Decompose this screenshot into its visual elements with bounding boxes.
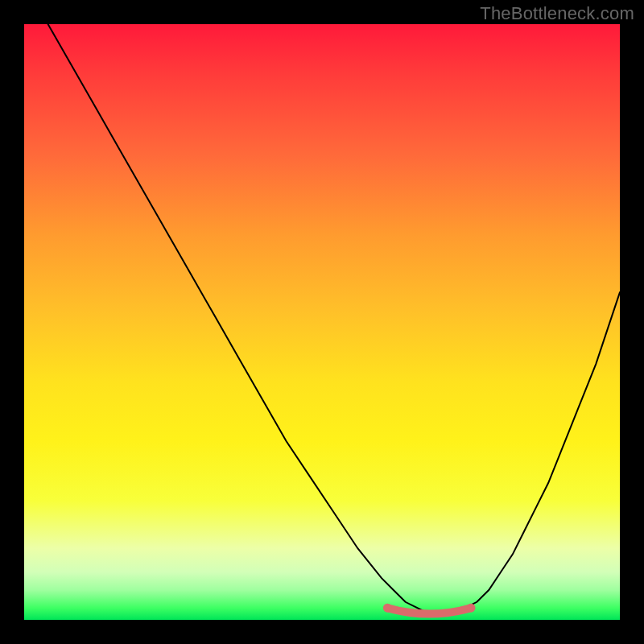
plot-area <box>24 24 620 620</box>
curve-svg <box>24 24 620 620</box>
watermark-text: TheBottleneck.com <box>480 3 634 24</box>
optimal-range-mark <box>387 608 471 613</box>
optimal-range-end-dot <box>467 604 476 613</box>
bottleneck-curve <box>48 24 620 614</box>
optimal-range-start-dot <box>383 604 392 613</box>
chart-container: TheBottleneck.com <box>0 0 644 644</box>
